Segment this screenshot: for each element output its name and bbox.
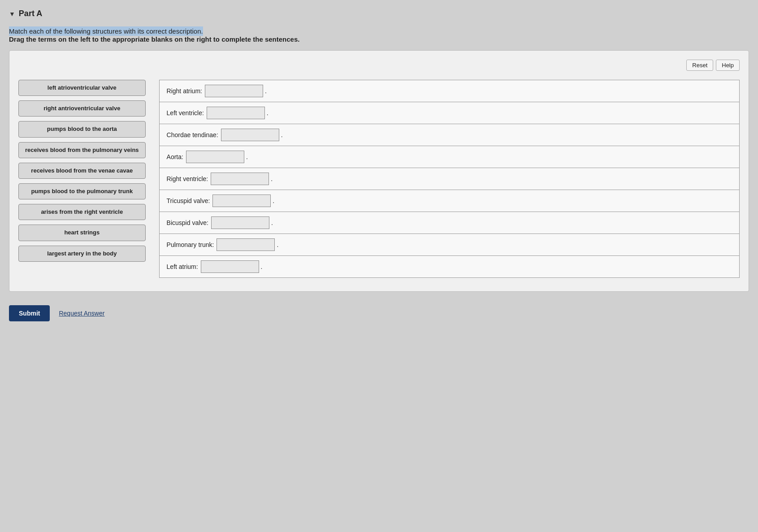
period-5: . xyxy=(271,175,273,182)
page-wrapper: ▼ Part A Match each of the following str… xyxy=(9,9,749,321)
sentence-row-left-atrium: Left atrium: . xyxy=(159,255,740,278)
top-buttons: Reset Help xyxy=(18,60,740,71)
drop-box-right-atrium[interactable] xyxy=(205,85,263,97)
label-pulmonary-trunk: Pulmonary trunk: xyxy=(167,241,214,248)
period-4: . xyxy=(246,153,248,160)
label-right-atrium: Right atrium: xyxy=(167,87,202,95)
drop-box-chordae[interactable] xyxy=(221,129,279,141)
term-right-antrioventricular-valve[interactable]: right antrioventricular valve xyxy=(18,100,146,117)
instruction-line1: Match each of the following structures w… xyxy=(9,26,203,36)
left-terms: left atrioventricular valve right antrio… xyxy=(18,80,146,262)
period-9: . xyxy=(261,263,263,270)
main-box: Reset Help left atrioventricular valve r… xyxy=(9,50,749,292)
period-1: . xyxy=(265,87,267,95)
instructions: Match each of the following structures w… xyxy=(9,27,749,43)
sentence-row-left-ventricle: Left ventricle: . xyxy=(159,102,740,124)
period-2: . xyxy=(267,109,269,117)
part-header: ▼ Part A xyxy=(9,9,749,18)
right-sentences: Right atrium: . Left ventricle: . Chorda… xyxy=(159,80,740,278)
label-bicuspid: Bicuspid valve: xyxy=(167,219,208,226)
label-tricuspid: Tricuspid valve: xyxy=(167,197,210,204)
term-pumps-blood-aorta[interactable]: pumps blood to the aorta xyxy=(18,121,146,137)
term-pumps-pulmonary-trunk[interactable]: pumps blood to the pulmonary trunk xyxy=(18,183,146,199)
drop-box-right-ventricle[interactable] xyxy=(211,173,269,185)
term-heart-strings[interactable]: heart strings xyxy=(18,225,146,241)
term-largest-artery[interactable]: largest artery in the body xyxy=(18,246,146,262)
term-arises-right-ventricle[interactable]: arises from the right ventricle xyxy=(18,204,146,220)
drop-box-left-atrium[interactable] xyxy=(201,260,259,273)
sentence-row-tricuspid: Tricuspid valve: . xyxy=(159,190,740,212)
period-8: . xyxy=(277,241,278,248)
label-chordae: Chordae tendinae: xyxy=(167,131,218,138)
chevron-down-icon: ▼ xyxy=(9,10,15,17)
sentence-row-pulmonary-trunk: Pulmonary trunk: . xyxy=(159,234,740,255)
help-button[interactable]: Help xyxy=(716,60,740,71)
term-receives-venae-cavae[interactable]: receives blood from the venae cavae xyxy=(18,163,146,179)
part-label: Part A xyxy=(19,9,42,18)
instruction-line2: Drag the terms on the left to the approp… xyxy=(9,35,749,43)
sentence-row-right-atrium: Right atrium: . xyxy=(159,80,740,102)
sentence-row-bicuspid: Bicuspid valve: . xyxy=(159,212,740,234)
drop-box-aorta[interactable] xyxy=(186,151,244,163)
bottom-area: Submit Request Answer xyxy=(9,305,749,321)
period-3: . xyxy=(281,131,283,138)
drop-box-pulmonary-trunk[interactable] xyxy=(217,238,275,251)
reset-button[interactable]: Reset xyxy=(686,60,713,71)
request-answer-link[interactable]: Request Answer xyxy=(59,310,104,317)
drop-box-tricuspid[interactable] xyxy=(212,195,271,207)
term-receives-pulmonary-veins[interactable]: receives blood from the pulmonary veins xyxy=(18,142,146,158)
sentence-row-chordae: Chordae tendinae: . xyxy=(159,124,740,146)
drop-box-left-ventricle[interactable] xyxy=(207,107,265,119)
term-left-atrioventricular-valve[interactable]: left atrioventricular valve xyxy=(18,80,146,96)
submit-button[interactable]: Submit xyxy=(9,305,50,321)
sentence-row-right-ventricle: Right ventricle: . xyxy=(159,168,740,190)
label-right-ventricle: Right ventricle: xyxy=(167,175,208,182)
label-left-atrium: Left atrium: xyxy=(167,263,198,270)
sentence-row-aorta: Aorta: . xyxy=(159,146,740,168)
label-aorta: Aorta: xyxy=(167,153,183,160)
period-7: . xyxy=(271,219,273,226)
instruction-text-1: Match each of the following structures w… xyxy=(9,27,203,35)
label-left-ventricle: Left ventricle: xyxy=(167,109,204,117)
period-6: . xyxy=(273,197,274,204)
drop-box-bicuspid[interactable] xyxy=(211,216,269,229)
content-area: left atrioventricular valve right antrio… xyxy=(18,80,740,278)
